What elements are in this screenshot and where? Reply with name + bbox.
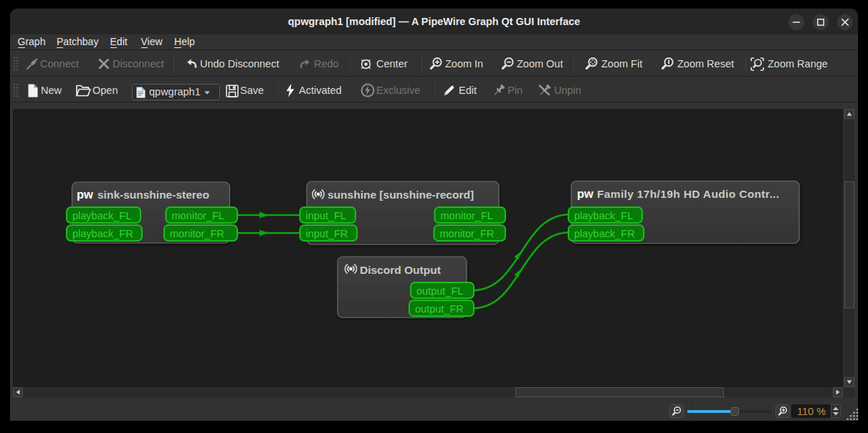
svg-text:input_FL: input_FL [306, 210, 346, 222]
svg-text:Discord Output: Discord Output [360, 264, 441, 276]
svg-text:pw: pw [577, 187, 593, 200]
svg-text:monitor_FR: monitor_FR [170, 228, 224, 239]
svg-text:monitor_FL: monitor_FL [441, 210, 493, 222]
svg-text:output_FL: output_FL [416, 285, 463, 297]
svg-text:playback_FL: playback_FL [72, 210, 131, 222]
svg-text:sunshine [sunshine-record]: sunshine [sunshine-record] [328, 189, 474, 201]
svg-text:monitor_FL: monitor_FL [172, 210, 224, 222]
svg-text:playback_FL: playback_FL [574, 210, 633, 222]
svg-text:pw: pw [77, 188, 93, 201]
svg-text:monitor_FR: monitor_FR [440, 228, 495, 239]
svg-text:Family 17h/19h HD Audio Contr.: Family 17h/19h HD Audio Contr... [597, 188, 779, 200]
svg-text:output_FR: output_FR [415, 303, 464, 315]
svg-text:input_FR: input_FR [306, 228, 348, 239]
svg-text:sink-sunshine-stereo: sink-sunshine-stereo [97, 189, 209, 201]
svg-text:playback_FR: playback_FR [574, 228, 635, 239]
svg-text:playback_FR: playback_FR [72, 228, 133, 239]
